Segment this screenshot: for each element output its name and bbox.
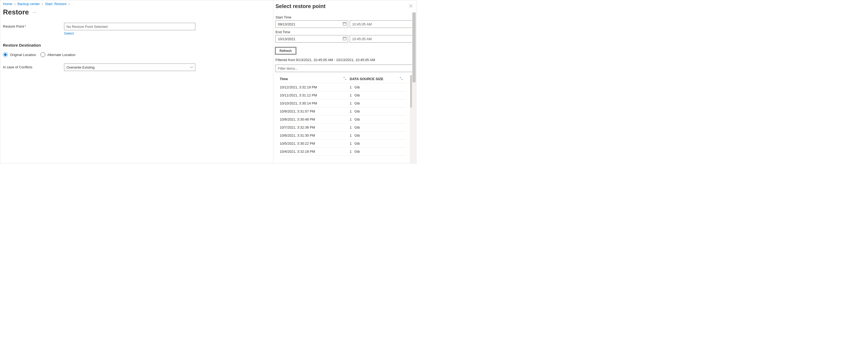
cell-size: 1 Gib <box>350 150 406 154</box>
restore-destination-heading: Restore Destination <box>3 43 270 48</box>
start-date-input[interactable] <box>276 20 348 28</box>
cell-time: 10/6/2021, 3:31:30 PM <box>280 133 350 137</box>
cell-size: 1 Gib <box>350 142 406 146</box>
sort-icon[interactable] <box>400 77 403 81</box>
filter-items-input[interactable] <box>276 65 414 72</box>
cell-size: 1 Gib <box>350 101 406 105</box>
cell-time: 10/10/2021, 3:30:14 PM <box>280 101 350 105</box>
cell-time: 10/7/2021, 3:32:36 PM <box>280 125 350 129</box>
end-time-input[interactable] <box>350 35 414 42</box>
cell-size: 1 Gib <box>350 93 406 97</box>
table-row[interactable]: 10/7/2021, 3:32:36 PM1 Gib <box>280 124 406 131</box>
conflicts-label: In case of Conflicts <box>3 63 64 69</box>
select-restore-point-panel: Select restore point Start Time End Time <box>273 0 416 163</box>
end-date-input[interactable] <box>276 35 348 42</box>
panel-scrollbar[interactable] <box>412 12 416 163</box>
panel-title: Select restore point <box>276 3 326 9</box>
breadcrumb-item[interactable]: Backup center <box>18 2 40 6</box>
column-header-size[interactable]: DATA SOURCE SIZE <box>350 77 383 81</box>
radio-unchecked-icon <box>40 52 45 57</box>
chevron-right-icon: › <box>14 2 15 6</box>
calendar-icon[interactable] <box>343 37 346 41</box>
table-row[interactable]: 10/5/2021, 3:30:22 PM1 Gib <box>280 140 406 148</box>
breadcrumb-item[interactable]: Home <box>3 2 12 6</box>
restore-point-input[interactable] <box>64 23 195 30</box>
cell-time: 10/4/2021, 3:32:18 PM <box>280 150 350 154</box>
calendar-icon[interactable] <box>343 22 346 27</box>
table-row[interactable]: 10/12/2021, 3:32:19 PM1 Gib <box>280 83 406 91</box>
chevron-right-icon: › <box>42 2 43 6</box>
radio-checked-icon <box>3 52 8 57</box>
start-time-input[interactable] <box>350 20 414 28</box>
column-header-time[interactable]: Time <box>280 77 288 81</box>
table-row[interactable]: 10/8/2021, 3:30:48 PM1 Gib <box>280 116 406 124</box>
select-restore-point-link[interactable]: Select <box>64 31 74 35</box>
conflicts-dropdown[interactable] <box>64 63 195 71</box>
radio-label: Alternate Location <box>48 53 75 57</box>
end-time-label: End Time <box>276 30 414 34</box>
cell-size: 1 Gib <box>350 125 406 129</box>
breadcrumb: Home › Backup center › Start: Restore › <box>0 2 273 6</box>
restore-point-label: Restore Point* <box>3 23 64 28</box>
cell-time: 10/11/2021, 3:31:12 PM <box>280 93 350 97</box>
cell-size: 1 Gib <box>350 85 406 89</box>
cell-size: 1 Gib <box>350 109 406 113</box>
filtered-range-text: Filtered from 9/13/2021, 10:45:05 AM - 1… <box>276 58 414 62</box>
scrollbar-thumb[interactable] <box>412 12 416 82</box>
chevron-right-icon: › <box>69 2 70 6</box>
breadcrumb-item[interactable]: Start: Restore <box>45 2 66 6</box>
close-button[interactable] <box>407 2 414 10</box>
cell-time: 10/12/2021, 3:32:19 PM <box>280 85 350 89</box>
table-row[interactable]: 10/10/2021, 3:30:14 PM1 Gib <box>280 99 406 107</box>
radio-label: Original Location <box>10 53 36 57</box>
table-row[interactable]: 10/9/2021, 3:31:57 PM1 Gib <box>280 107 406 116</box>
radio-alternate-location[interactable]: Alternate Location <box>40 52 75 57</box>
page-title: Restore <box>3 8 29 17</box>
sort-icon[interactable] <box>343 77 346 81</box>
table-row[interactable]: 10/4/2021, 3:32:18 PM1 Gib <box>280 148 406 156</box>
cell-size: 1 Gib <box>350 117 406 121</box>
close-icon <box>409 4 413 8</box>
cell-size: 1 Gib <box>350 133 406 137</box>
start-time-label: Start Time <box>276 15 414 19</box>
cell-time: 10/8/2021, 3:30:48 PM <box>280 117 350 121</box>
cell-time: 10/9/2021, 3:31:57 PM <box>280 109 350 113</box>
radio-original-location[interactable]: Original Location <box>3 52 36 57</box>
cell-time: 10/5/2021, 3:30:22 PM <box>280 142 350 146</box>
svg-rect-4 <box>343 37 346 40</box>
refresh-button[interactable]: Refresh <box>276 48 296 54</box>
table-row[interactable]: 10/11/2021, 3:31:12 PM1 Gib <box>280 91 406 99</box>
more-icon[interactable]: ··· <box>33 10 37 15</box>
table-row[interactable]: 10/6/2021, 3:31:30 PM1 Gib <box>280 131 406 140</box>
svg-rect-0 <box>343 23 346 26</box>
table-header: Time DATA SOURCE SIZE <box>280 75 406 83</box>
